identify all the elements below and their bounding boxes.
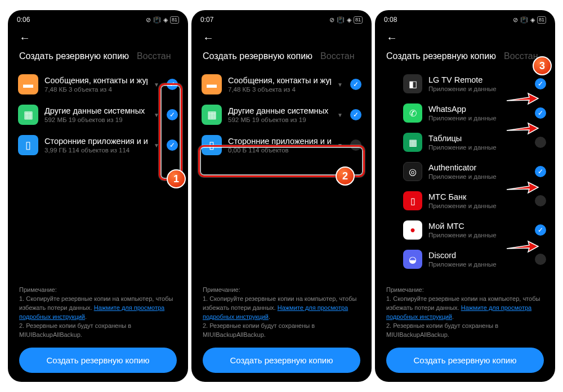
app-title: WhatsApp	[428, 105, 529, 114]
clock: 0:06	[17, 16, 30, 24]
category-third-party-apps[interactable]: ▯ Сторонние приложения и их 0,00 Б 114 о…	[202, 130, 361, 160]
create-backup-button[interactable]: Создать резервную копию	[19, 348, 177, 373]
tab-restore[interactable]: Восстан	[320, 51, 354, 61]
annotation-badge-1: 1	[167, 169, 186, 188]
status-bar: 0:07 ⊘ 📳 ◈ 81	[191, 10, 372, 27]
app-row-discord[interactable]: ◒ Discord Приложение и данные	[403, 245, 546, 274]
messages-icon: ▬	[202, 74, 222, 94]
back-icon[interactable]: ←	[203, 31, 214, 44]
category-title: Сторонние приложения и их	[228, 137, 331, 146]
app-icon: ◎	[403, 162, 422, 181]
note: Примечание: 1. Скопируйте резервные копи…	[386, 286, 544, 340]
category-messages[interactable]: ▬ Сообщения, контакты и жур 7,48 КБ 3 об…	[202, 69, 361, 100]
checkbox[interactable]: ✓	[535, 107, 546, 119]
app-sub: Приложение и данные	[428, 261, 529, 268]
status-icons: ⊘ 📳 ◈ 81	[146, 16, 179, 24]
status-bar: 0:08 ⊘ 📳 ◈ 81	[375, 10, 555, 27]
app-icon: ▦	[403, 133, 422, 152]
category-title: Сообщения, контакты и жур	[44, 76, 148, 85]
category-sub: 0,00 Б 114 объектов	[228, 147, 331, 154]
apps-icon: ▯	[202, 135, 222, 155]
app-icon: ●	[403, 220, 422, 240]
app-row-mts-bank[interactable]: ▯ МТС Банк Приложение и данные	[403, 186, 546, 215]
dnd-icon: ⊘	[146, 16, 151, 24]
checkbox[interactable]: ✓	[535, 224, 546, 236]
app-row-sheets[interactable]: ▦ Таблицы Приложение и данные	[403, 128, 546, 157]
battery-icon: 81	[537, 16, 546, 24]
app-icon: ◧	[403, 74, 422, 93]
wifi-icon: ◈	[530, 16, 535, 24]
checkbox[interactable]: ✓	[350, 79, 361, 90]
chevron-down-icon: ▼	[154, 112, 159, 118]
tab-restore[interactable]: Восстан	[137, 51, 171, 61]
clock: 0:07	[200, 16, 213, 24]
vibrate-icon: 📳	[337, 16, 345, 24]
app-title: Authenticator	[428, 163, 529, 172]
battery-icon: 81	[170, 16, 179, 24]
category-system-data[interactable]: ▦ Другие данные системных п 592 МБ 19 об…	[202, 100, 361, 130]
app-row-lg-tv-remote[interactable]: ◧ LG TV Remote Приложение и данные ✓	[403, 69, 546, 98]
app-sub: Приложение и данные	[428, 232, 529, 238]
checkbox[interactable]: ✓	[167, 109, 178, 120]
create-backup-button[interactable]: Создать резервную копию	[203, 348, 360, 373]
checkbox[interactable]: ✓	[350, 109, 361, 120]
checkbox[interactable]	[535, 137, 546, 148]
vibrate-icon: 📳	[520, 16, 528, 24]
checkbox[interactable]: ✓	[535, 78, 546, 89]
phone-screen-3: 0:08 ⊘ 📳 ◈ 81 ← Создать резервную копию …	[375, 10, 555, 382]
tab-create-backup[interactable]: Создать резервную копию	[19, 51, 129, 61]
tabs: Создать резервную копию Восстан	[191, 47, 372, 69]
back-icon[interactable]: ←	[386, 31, 397, 44]
tab-restore[interactable]: Восстан	[504, 51, 538, 61]
app-title: Мой МТС	[428, 222, 529, 231]
annotation-badge-2: 2	[336, 166, 355, 186]
tab-create-backup[interactable]: Создать резервную копию	[386, 51, 496, 61]
checkbox[interactable]: ✓	[167, 139, 178, 151]
app-sub: Приложение и данные	[428, 115, 529, 121]
app-title: Discord	[428, 251, 529, 260]
checkbox[interactable]: ✓	[167, 79, 178, 90]
status-icons: ⊘ 📳 ◈ 81	[329, 16, 363, 24]
chevron-down-icon: ▼	[337, 82, 343, 88]
tab-create-backup[interactable]: Создать резервную копию	[203, 51, 312, 61]
messages-icon: ▬	[18, 74, 38, 94]
chevron-down-icon: ▼	[154, 142, 159, 148]
category-third-party-apps[interactable]: ▯ Сторонние приложения и их 3,99 ГБ 114 …	[18, 130, 178, 160]
app-row-my-mts[interactable]: ● Мой МТС Приложение и данные ✓	[403, 215, 546, 245]
category-title: Другие данные системных п	[44, 106, 148, 115]
app-row-authenticator[interactable]: ◎ Authenticator Приложение и данные ✓	[403, 157, 546, 186]
chevron-down-icon: ▼	[337, 142, 343, 148]
status-icons: ⊘ 📳 ◈ 81	[513, 16, 546, 24]
checkbox[interactable]	[535, 254, 546, 265]
checkbox[interactable]	[350, 139, 361, 151]
annotation-badge-3: 3	[533, 56, 552, 75]
dnd-icon: ⊘	[329, 16, 334, 24]
battery-icon: 81	[354, 16, 363, 24]
wifi-icon: ◈	[163, 16, 168, 24]
app-sub: Приложение и данные	[428, 202, 529, 209]
note: Примечание: 1. Скопируйте резервные копи…	[19, 286, 177, 340]
checkbox[interactable]	[535, 195, 546, 206]
create-backup-button[interactable]: Создать резервную копию	[386, 348, 544, 373]
back-icon[interactable]: ←	[19, 31, 30, 44]
phone-screen-1: 0:06 ⊘ 📳 ◈ 81 ← Создать резервную копию …	[8, 10, 188, 382]
category-messages[interactable]: ▬ Сообщения, контакты и жур 7,48 КБ 3 об…	[18, 69, 178, 100]
vibrate-icon: 📳	[153, 16, 161, 24]
category-sub: 3,99 ГБ 114 объектов из 114	[44, 147, 148, 154]
category-sub: 592 МБ 19 объектов из 19	[228, 116, 331, 123]
app-icon: ▯	[403, 191, 422, 210]
category-system-data[interactable]: ▦ Другие данные системных п 592 МБ 19 об…	[18, 100, 178, 130]
status-bar: 0:06 ⊘ 📳 ◈ 81	[8, 10, 188, 27]
system-data-icon: ▦	[18, 105, 38, 125]
dnd-icon: ⊘	[513, 16, 518, 24]
phone-screen-2: 0:07 ⊘ 📳 ◈ 81 ← Создать резервную копию …	[191, 10, 372, 382]
category-sub: 7,48 КБ 3 объекта из 4	[228, 86, 331, 93]
app-title: Таблицы	[428, 134, 529, 143]
app-icon: ✆	[403, 103, 422, 123]
tabs: Создать резервную копию Восстан	[375, 47, 555, 69]
apps-icon: ▯	[18, 135, 38, 155]
app-sub: Приложение и данные	[428, 144, 529, 151]
checkbox[interactable]: ✓	[535, 166, 546, 177]
app-row-whatsapp[interactable]: ✆ WhatsApp Приложение и данные ✓	[403, 98, 546, 128]
chevron-down-icon: ▼	[154, 82, 159, 88]
